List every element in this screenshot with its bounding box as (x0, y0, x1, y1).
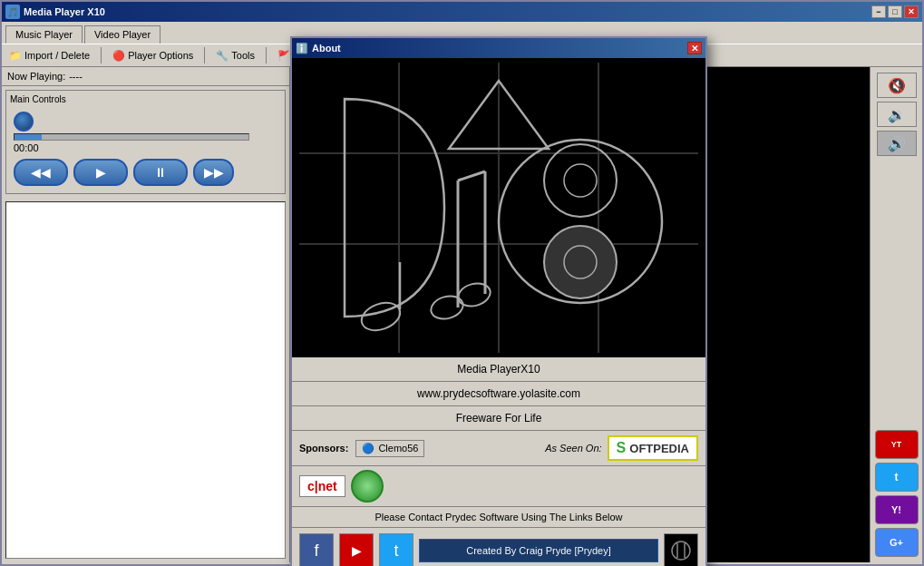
close-button[interactable]: ✕ (904, 5, 919, 18)
control-buttons: ◀◀ ▶ ⏸ ▶▶ (10, 155, 281, 190)
sponsors-row: Sponsors: 🔵 Clemo56 As Seen On: S OFTPED… (292, 431, 705, 466)
twitter-link-button[interactable]: t (379, 533, 413, 566)
sponsor-icon: 🔵 (362, 443, 374, 454)
youtube-icon: YT (891, 440, 902, 449)
about-body: Media PlayerX10 www.prydecsoftware.yolas… (292, 58, 705, 566)
tools-icon: 🔧 (216, 50, 229, 62)
pause-button[interactable]: ⏸ (133, 159, 188, 186)
contact-row: Please Contact Prydec Software Using The… (292, 507, 705, 528)
tools-label: Tools (231, 50, 255, 61)
cnet-text: c|net (307, 479, 337, 493)
about-close-button[interactable]: ✕ (687, 42, 702, 54)
folder-icon: 📁 (9, 50, 22, 62)
toolbar-sep-2 (204, 47, 205, 63)
right-controls: 🔇 🔉 🔊 YT t Y! (870, 67, 922, 562)
twitter-link-icon: t (394, 542, 398, 561)
vol-up-button[interactable]: 🔊 (877, 131, 917, 156)
play-button[interactable]: ▶ (73, 159, 128, 186)
yahoo-icon: Y! (891, 504, 901, 515)
contact-sponsors-row: c|net (292, 466, 705, 507)
help-icon: 🚩 (277, 50, 290, 62)
next-button[interactable]: ▶▶ (193, 159, 234, 186)
main-controls-group: Main Controls 00:00 ◀◀ ▶ (5, 90, 286, 194)
svg-point-9 (544, 226, 617, 298)
tab-video-player[interactable]: Video Player (84, 25, 160, 44)
small-logo (664, 533, 698, 566)
minimize-button[interactable]: − (871, 5, 886, 18)
player-options-label: Player Options (128, 50, 193, 61)
google-icon: G+ (890, 537, 903, 548)
seek-area: 00:00 (10, 108, 281, 155)
tab-video-label: Video Player (94, 29, 151, 40)
now-playing-bar: Now Playing: ---- (2, 67, 289, 86)
now-playing-value: ---- (69, 71, 83, 82)
twitter-icon: t (895, 471, 899, 483)
now-playing-label: Now Playing: (7, 71, 65, 82)
app-title: Media Player X10 (24, 6, 105, 17)
about-title-bar: ℹ️ About ✕ (292, 38, 705, 58)
about-info-rows: Media PlayerX10 www.prydecsoftware.yolas… (292, 357, 705, 431)
time-display: 00:00 (14, 142, 277, 153)
seek-bar-fill (15, 134, 42, 140)
title-bar-left: 🎵 Media Player X10 (5, 5, 105, 19)
controls-group-title: Main Controls (10, 94, 281, 104)
sponsor-clemo56-button[interactable]: 🔵 Clemo56 (355, 440, 424, 457)
facebook-link-button[interactable]: f (299, 533, 334, 566)
softpedia-rest: OFTPEDIA (629, 442, 689, 455)
player-options-icon: 🔴 (112, 50, 125, 62)
sponsor-name: Clemo56 (378, 443, 418, 454)
about-logo-svg (299, 63, 698, 353)
created-by-button[interactable]: Created By Craig Pryde [Prydey] (419, 539, 658, 562)
green-badge (351, 470, 384, 503)
yahoo-button[interactable]: Y! (875, 495, 919, 524)
tools-button[interactable]: 🔧 Tools (212, 48, 258, 63)
mute-button[interactable]: 🔇 (877, 73, 917, 98)
svg-rect-19 (666, 536, 695, 565)
sponsors-label: Sponsors: (299, 443, 348, 454)
about-window: ℹ️ About ✕ (290, 36, 707, 566)
title-bar: 🎵 Media Player X10 − □ ✕ (2, 2, 922, 22)
next-icon: ▶▶ (204, 165, 224, 180)
app-name-row: Media PlayerX10 (292, 357, 705, 382)
youtube-link-button[interactable]: ▶ (339, 533, 374, 566)
about-logo-area (292, 58, 705, 357)
contact-label: Please Contact Prydec Software Using The… (374, 512, 622, 522)
created-by-label: Created By Craig Pryde [Prydey] (466, 545, 611, 556)
pause-icon: ⏸ (154, 165, 167, 180)
playlist-area[interactable] (5, 201, 286, 559)
bottom-links: f ▶ t Created By Craig Pryde [Prydey] (292, 528, 705, 566)
toolbar-sep-1 (101, 47, 102, 63)
about-title-icon: ℹ️ (296, 43, 308, 54)
as-seen-on-label: As Seen On: (545, 443, 601, 454)
vol-down-icon: 🔉 (888, 106, 906, 123)
twitter-button[interactable]: t (875, 463, 919, 492)
website-row: www.prydecsoftware.yolasite.com (292, 382, 705, 406)
about-title-text: About (312, 43, 341, 54)
rewind-icon: ◀◀ (31, 165, 51, 180)
license-row: Freeware For Life (292, 406, 705, 431)
youtube-link-icon: ▶ (352, 543, 362, 558)
import-label: Import / Delete (24, 50, 90, 61)
tab-music-player[interactable]: Music Player (5, 25, 83, 44)
rewind-button[interactable]: ◀◀ (14, 159, 68, 186)
play-icon: ▶ (96, 165, 106, 180)
youtube-button[interactable]: YT (875, 430, 919, 459)
left-panel: Now Playing: ---- Main Controls 00:00 ◀◀ (2, 67, 290, 562)
seek-bar[interactable] (14, 133, 249, 141)
vol-down-button[interactable]: 🔉 (877, 102, 917, 127)
title-bar-buttons: − □ ✕ (871, 5, 919, 18)
facebook-icon: f (314, 542, 318, 561)
vol-up-icon: 🔊 (888, 135, 906, 152)
import-delete-button[interactable]: 📁 Import / Delete (5, 48, 93, 63)
softpedia-badge: S OFTPEDIA (608, 435, 698, 461)
softpedia-s: S (617, 440, 627, 456)
cnet-badge: c|net (299, 475, 345, 497)
svg-point-11 (564, 164, 597, 197)
tab-music-label: Music Player (15, 29, 73, 40)
player-options-button[interactable]: 🔴 Player Options (109, 48, 197, 63)
mute-icon: 🔇 (888, 77, 906, 94)
app-icon: 🎵 (5, 5, 20, 19)
volume-knob[interactable] (14, 112, 34, 132)
maximize-button[interactable]: □ (888, 5, 902, 18)
google-button[interactable]: G+ (875, 528, 919, 557)
